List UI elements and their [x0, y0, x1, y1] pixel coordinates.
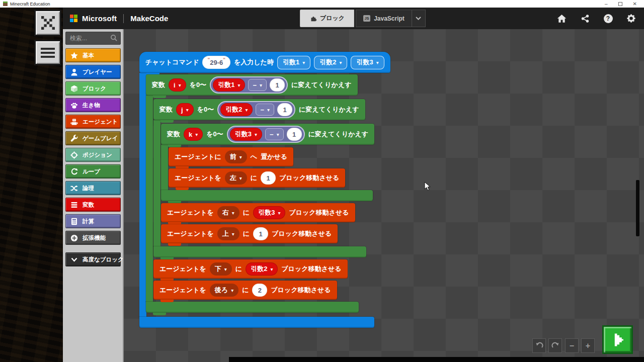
close-icon[interactable]: ✕ — [633, 1, 637, 7]
maximize-icon[interactable] — [618, 2, 622, 6]
javascript-toggle-label: JavaScript — [374, 15, 405, 22]
plus-circle-icon — [70, 234, 78, 242]
direction-dropdown[interactable]: 左 — [225, 171, 247, 185]
operator-dropdown[interactable]: − — [265, 128, 284, 140]
category-position[interactable]: ポジション — [65, 148, 121, 162]
loop-j-foot[interactable] — [153, 246, 366, 257]
arg-variable-dropdown[interactable]: 引数3 — [230, 128, 262, 141]
operator-dropdown[interactable]: − — [248, 79, 267, 91]
agent-robot-icon — [70, 118, 78, 126]
home-icon[interactable] — [557, 14, 567, 23]
loop-i-spine[interactable] — [146, 96, 153, 302]
category-mobs[interactable]: 生き物 — [65, 98, 121, 112]
chat-command-block-foot[interactable] — [139, 317, 374, 328]
direction-dropdown[interactable]: 前 — [225, 150, 247, 163]
direction-dropdown[interactable]: 右 — [217, 206, 239, 219]
math-expression-block[interactable]: 引数2 − 1 — [217, 101, 295, 118]
agent-move-block-back[interactable]: エージェントを 後ろ に 2 ブロック移動させる — [153, 281, 337, 300]
arg-variable-dropdown[interactable]: 引数1 — [213, 78, 245, 92]
redo-button[interactable] — [548, 338, 562, 353]
exit-editor-button[interactable] — [34, 10, 61, 36]
loop-variable-dropdown[interactable]: k — [184, 128, 203, 141]
number-field[interactable]: 1 — [261, 171, 276, 185]
agent-place-block[interactable]: エージェントに 前 へ 置かせる — [169, 147, 293, 166]
param2-dropdown[interactable]: 引数2 — [314, 56, 347, 69]
shuffle-icon — [70, 185, 78, 192]
param1-dropdown[interactable]: 引数1 — [277, 56, 310, 69]
arg-variable-dropdown[interactable]: 引数2 — [220, 103, 253, 116]
loop-arrow-icon — [70, 168, 78, 175]
loop-j-spine[interactable] — [153, 120, 160, 246]
microsoft-wordmark: Microsoft — [82, 14, 117, 23]
category-blocks[interactable]: ブロック — [65, 81, 121, 96]
agent-move-block-down[interactable]: エージェントを 下 に 引数2 ブロック移動させる — [153, 259, 348, 279]
loop-variable-dropdown[interactable]: j — [176, 103, 194, 116]
category-advanced[interactable]: 高度なブロック — [65, 252, 121, 266]
blocks-toggle-label: ブロック — [320, 14, 345, 23]
number-field[interactable]: 1 — [253, 227, 268, 240]
category-player[interactable]: プレイヤー — [65, 65, 121, 79]
loop-k-foot[interactable] — [161, 190, 373, 201]
chat-command-block[interactable]: チャットコマンド 29-6 を入力した時 引数1 引数2 引数3 — [139, 52, 390, 73]
category-logic[interactable]: 論理 — [65, 181, 121, 195]
block-label: ブロック移動させる — [289, 208, 349, 217]
chat-command-block-spine[interactable] — [139, 73, 146, 317]
microsoft-logo-icon — [70, 15, 77, 22]
agent-move-block-right[interactable]: エージェントを 右 に 引数3 ブロック移動させる — [161, 203, 355, 222]
category-agent[interactable]: エージェント — [65, 115, 121, 129]
agent-move-block-up[interactable]: エージェントを 上 に 1 ブロック移動させる — [161, 224, 338, 243]
direction-dropdown[interactable]: 上 — [217, 227, 239, 240]
blocks-toggle-button[interactable]: ブロック — [300, 10, 354, 27]
operator-dropdown[interactable]: − — [256, 104, 274, 116]
zoom-out-button[interactable]: − — [565, 338, 579, 353]
undo-button[interactable] — [532, 338, 546, 353]
run-play-button[interactable] — [602, 325, 633, 354]
loop-i-foot[interactable] — [146, 302, 359, 313]
hamburger-icon — [41, 48, 55, 58]
math-expression-block[interactable]: 引数3 − 1 — [227, 126, 305, 143]
loop-k-spine[interactable] — [161, 145, 168, 190]
category-loops[interactable]: ループ — [65, 164, 121, 178]
pixel-x-icon — [41, 16, 55, 30]
zoom-in-button[interactable]: + — [581, 338, 595, 353]
vertical-scrollbar[interactable] — [636, 180, 639, 236]
for-loop-block-i[interactable]: 変数 i を0〜 引数1 − 1 に変えてくりかえす — [146, 74, 358, 96]
javascript-toggle-button[interactable]: JS JavaScript — [356, 10, 412, 27]
number-field[interactable]: 1 — [270, 78, 285, 92]
minus-icon: − — [570, 341, 574, 350]
app-header: Microsoft MakeCode ブロック JS JavaScript — [63, 8, 644, 29]
chat-command-value-field[interactable]: 29-6 — [202, 56, 230, 69]
direction-dropdown[interactable]: 下 — [210, 262, 232, 276]
settings-gear-icon[interactable] — [626, 14, 636, 23]
for-loop-block-k[interactable]: 変数 k を0〜 引数3 − 1 に変えてくりかえす — [161, 124, 374, 145]
horizontal-scrollbar[interactable] — [229, 357, 644, 362]
editor-toggle-dropdown[interactable] — [412, 10, 426, 27]
arg-variable-dropdown[interactable]: 引数3 — [253, 206, 285, 219]
wrench-icon — [70, 135, 78, 142]
block-label: を0〜 — [206, 130, 223, 139]
param3-dropdown[interactable]: 引数3 — [351, 56, 384, 69]
loop-variable-dropdown[interactable]: i — [169, 78, 186, 92]
direction-dropdown[interactable]: 後ろ — [210, 284, 238, 297]
category-basic[interactable]: 基本 — [65, 48, 121, 62]
category-extensions[interactable]: 拡張機能 — [65, 231, 121, 245]
game-menu-button[interactable] — [34, 40, 61, 65]
category-gameplay[interactable]: ゲームプレイ — [65, 131, 121, 145]
help-icon[interactable]: ? — [603, 14, 613, 23]
number-field[interactable]: 1 — [277, 103, 292, 116]
chevron-down-icon — [416, 17, 421, 20]
brand-divider — [123, 14, 124, 23]
category-variables[interactable]: 変数 — [65, 198, 121, 212]
math-expression-block[interactable]: 引数1 − 1 — [210, 76, 288, 94]
arg-variable-dropdown[interactable]: 引数2 — [246, 262, 278, 276]
for-loop-block-j[interactable]: 変数 j を0〜 引数2 − 1 に変えてくりかえす — [153, 99, 365, 120]
share-icon[interactable] — [580, 14, 590, 23]
makecode-logo[interactable]: MakeCode — [130, 14, 168, 23]
minimize-icon[interactable]: – — [605, 3, 608, 6]
number-field[interactable]: 1 — [287, 128, 302, 141]
agent-move-block-left[interactable]: エージェントを 左 に 1 ブロック移動させる — [169, 168, 345, 188]
search-icon — [110, 34, 118, 44]
block-label: を0〜 — [190, 80, 207, 89]
category-math[interactable]: 計算 — [65, 214, 121, 228]
number-field[interactable]: 2 — [252, 284, 267, 297]
